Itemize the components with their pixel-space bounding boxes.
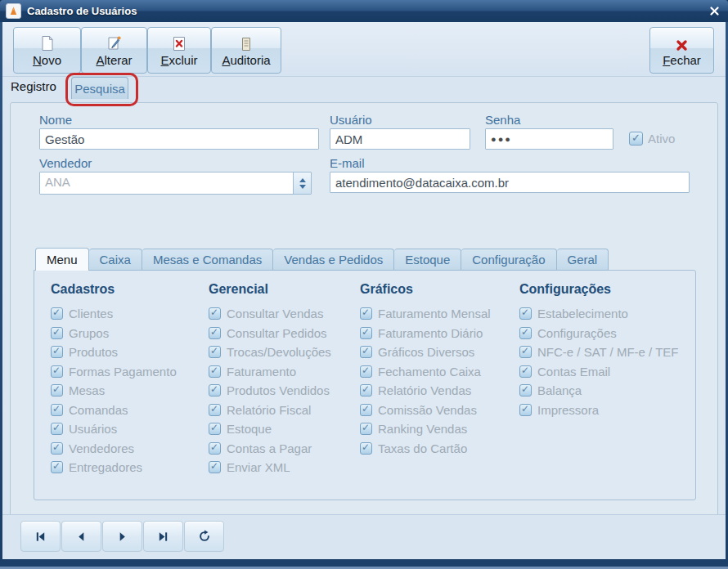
permission-checkbox-item[interactable]: Formas Pagamento — [51, 362, 177, 382]
permission-checkbox-item[interactable]: Mesas — [51, 381, 177, 401]
checkbox-checked-icon[interactable] — [360, 384, 372, 397]
permission-checkbox-item[interactable]: Faturamento Diário — [360, 324, 491, 343]
usuario-input[interactable] — [330, 128, 470, 150]
permission-tabs: MenuCaixaMesas e ComandasVendas e Pedido… — [35, 249, 609, 271]
senha-input[interactable] — [485, 128, 613, 150]
checkbox-checked-icon[interactable] — [360, 404, 372, 416]
checkbox-checked-icon[interactable] — [519, 404, 532, 416]
checkbox-checked-icon[interactable] — [209, 423, 221, 435]
auditoria-button[interactable]: Auditoria — [211, 27, 281, 74]
permission-checkbox-item[interactable]: Comandas — [51, 401, 177, 420]
excluir-button[interactable]: Excluir — [147, 27, 211, 74]
permission-tab-mesas-e-comandas[interactable]: Mesas e Comandas — [142, 249, 273, 271]
permission-label: Faturamento Mensal — [378, 307, 491, 320]
permission-checkbox-item[interactable]: Comissão Vendas — [360, 401, 491, 420]
permission-checkbox-item[interactable]: Grupos — [51, 324, 177, 343]
checkbox-checked-icon[interactable] — [360, 423, 372, 435]
permission-checkbox-item[interactable]: Faturamento Mensal — [360, 304, 491, 324]
checkbox-checked-icon[interactable] — [360, 307, 372, 320]
permission-checkbox-item[interactable]: Consultar Vendas — [209, 304, 331, 324]
checkbox-checked-icon[interactable] — [209, 384, 221, 397]
checkbox-checked-icon[interactable] — [209, 346, 221, 358]
vendedor-combo[interactable]: ANA — [39, 172, 312, 195]
permission-checkbox-item[interactable]: Contas Email — [519, 362, 679, 382]
fechar-button[interactable]: Fechar — [649, 27, 714, 74]
checkbox-checked-icon[interactable] — [51, 365, 63, 378]
checkbox-checked-icon[interactable] — [519, 346, 532, 358]
permission-checkbox-item[interactable]: Gráficos Diversos — [360, 343, 491, 362]
permission-checkbox-item[interactable]: Produtos — [51, 343, 177, 362]
permission-checkbox-item[interactable]: Contas a Pagar — [209, 439, 331, 459]
checkbox-checked-icon[interactable] — [209, 365, 221, 378]
permission-tab-geral[interactable]: Geral — [557, 249, 609, 271]
checkbox-checked-icon[interactable] — [519, 307, 532, 320]
nav-refresh-button[interactable] — [184, 521, 224, 552]
permission-checkbox-item[interactable]: Usuários — [51, 419, 177, 439]
audit-log-icon — [240, 35, 252, 52]
permission-checkbox-item[interactable]: Trocas/Devoluções — [209, 343, 331, 362]
permission-checkbox-item[interactable]: Relatório Vendas — [360, 381, 491, 401]
permission-label: Ranking Vendas — [378, 422, 467, 436]
checkbox-checked-icon[interactable] — [209, 404, 221, 416]
checkbox-checked-icon[interactable] — [51, 346, 63, 358]
permission-tab-caixa[interactable]: Caixa — [89, 249, 142, 271]
checkbox-checked-icon[interactable] — [51, 442, 63, 455]
checkbox-checked-icon[interactable] — [519, 384, 532, 397]
permission-tab-vendas-e-pedidos[interactable]: Vendas e Pedidos — [273, 249, 394, 271]
permission-checkbox-item[interactable]: Estabelecimento — [519, 304, 679, 324]
permission-tab-configura-o[interactable]: Configuração — [461, 249, 556, 271]
permission-checkbox-item[interactable]: Produtos Vendidos — [209, 381, 331, 401]
permission-checkbox-item[interactable]: Entregadores — [51, 458, 177, 477]
ativo-checkbox-row[interactable]: Ativo — [629, 132, 675, 146]
nome-input[interactable] — [39, 128, 319, 150]
checkbox-checked-icon[interactable] — [209, 461, 221, 473]
permission-tab-estoque[interactable]: Estoque — [394, 249, 461, 271]
checkbox-checked-icon[interactable] — [519, 365, 532, 378]
permission-checkbox-item[interactable]: Clientes — [51, 304, 177, 324]
checkbox-checked-icon[interactable] — [51, 404, 63, 416]
close-icon[interactable] — [708, 5, 721, 17]
checkbox-checked-icon[interactable] — [209, 327, 221, 339]
checkbox-checked-icon[interactable] — [51, 461, 63, 473]
email-input[interactable] — [330, 172, 690, 193]
permission-checkbox-item[interactable]: Faturamento — [209, 362, 331, 382]
permission-checkbox-item[interactable]: Estoque — [209, 419, 331, 439]
nav-previous-button[interactable] — [61, 521, 101, 552]
permission-label: Impressora — [537, 403, 599, 417]
permission-label: Faturamento — [227, 365, 296, 379]
nav-next-button[interactable] — [102, 521, 142, 552]
permission-checkbox-item[interactable]: Relatório Fiscal — [209, 401, 331, 420]
nav-last-button[interactable] — [143, 521, 183, 552]
permission-checkbox-item[interactable]: NFC-e / SAT / MF-e / TEF — [519, 343, 679, 362]
spinner-up-icon[interactable] — [299, 178, 306, 182]
permission-checkbox-item[interactable]: Enviar XML — [209, 458, 331, 477]
permission-checkbox-item[interactable]: Taxas do Cartão — [360, 439, 491, 459]
nav-first-button[interactable] — [20, 521, 61, 552]
tab-registro[interactable]: Registro — [11, 79, 56, 93]
ativo-checkbox-icon[interactable] — [629, 132, 643, 146]
spinner-down-icon[interactable] — [299, 185, 306, 189]
permission-checkbox-item[interactable]: Consultar Pedidos — [209, 324, 331, 343]
checkbox-checked-icon[interactable] — [360, 346, 372, 358]
permission-checkbox-item[interactable]: Vendedores — [51, 439, 177, 459]
checkbox-checked-icon[interactable] — [209, 307, 221, 320]
checkbox-checked-icon[interactable] — [51, 327, 63, 339]
checkbox-checked-icon[interactable] — [360, 442, 372, 455]
checkbox-checked-icon[interactable] — [360, 365, 372, 378]
permission-tab-menu[interactable]: Menu — [35, 248, 89, 271]
checkbox-checked-icon[interactable] — [360, 327, 372, 339]
permission-checkbox-item[interactable]: Balança — [519, 381, 679, 401]
tab-pesquisa[interactable]: Pesquisa — [71, 77, 128, 99]
checkbox-checked-icon[interactable] — [51, 384, 63, 397]
checkbox-checked-icon[interactable] — [209, 442, 221, 455]
checkbox-checked-icon[interactable] — [519, 327, 532, 339]
permission-checkbox-item[interactable]: Fechamento Caixa — [360, 362, 491, 382]
novo-button[interactable]: Novo — [13, 27, 81, 74]
permission-checkbox-item[interactable]: Impressora — [519, 401, 679, 420]
alterar-button[interactable]: Alterar — [81, 27, 147, 74]
permission-checkbox-item[interactable]: Ranking Vendas — [360, 419, 491, 439]
checkbox-checked-icon[interactable] — [51, 423, 63, 435]
combo-spinner-icon[interactable] — [293, 172, 311, 194]
checkbox-checked-icon[interactable] — [51, 307, 63, 320]
permission-checkbox-item[interactable]: Configurações — [519, 324, 679, 343]
